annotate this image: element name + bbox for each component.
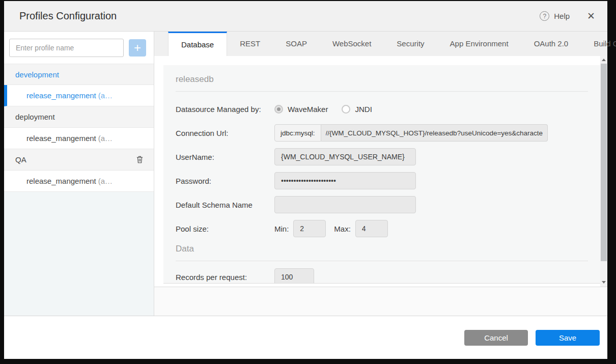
default-schema-input[interactable] — [274, 196, 416, 213]
profiles-sidebar: + development release_mangement (a… depl… — [4, 32, 154, 316]
password-input[interactable] — [274, 172, 416, 189]
dialog-body: + development release_mangement (a… depl… — [4, 32, 607, 316]
datasource-label: Datasource Managed by: — [176, 105, 274, 114]
tab-database[interactable]: Database — [168, 32, 227, 56]
tab-security[interactable]: Security — [384, 32, 437, 56]
service-label-suffix: (a… — [98, 134, 113, 143]
profile-name-input[interactable] — [9, 39, 124, 57]
records-per-request-input[interactable] — [274, 268, 314, 284]
delete-profile-icon[interactable] — [136, 155, 144, 164]
wavemaker-radio[interactable] — [274, 105, 283, 114]
scroll-up-icon[interactable] — [600, 56, 607, 63]
service-label-suffix: (a… — [98, 177, 113, 185]
username-label: UserName: — [176, 153, 274, 161]
profile-label: development — [15, 70, 59, 79]
tab-soap[interactable]: SOAP — [273, 32, 320, 56]
service-label: release_mangement — [26, 91, 96, 100]
profiles-configuration-dialog: Profiles Configuration ? Help ✕ + develo… — [4, 1, 607, 359]
pool-max-input[interactable] — [355, 220, 388, 237]
database-config-panel: releasedb Datasource Managed by: WaveMak… — [163, 65, 600, 284]
dialog-header: Profiles Configuration ? Help ✕ — [4, 1, 607, 32]
sidebar-item-qa[interactable]: QA — [4, 149, 154, 171]
tab-oauth[interactable]: OAuth 2.0 — [521, 32, 581, 56]
service-label-suffix: (a… — [98, 91, 113, 100]
profile-search-row: + — [4, 32, 154, 64]
tab-app-environment[interactable]: App Environment — [437, 32, 521, 56]
dialog-title: Profiles Configuration — [19, 10, 117, 22]
default-schema-row: Default Schema Name — [176, 196, 588, 213]
pool-size-label: Pool size: — [176, 225, 274, 233]
help-button[interactable]: ? Help — [540, 11, 570, 21]
data-section-title: Data — [176, 244, 588, 261]
tab-content: releasedb Datasource Managed by: WaveMak… — [154, 56, 607, 287]
jndi-radio-label[interactable]: JNDI — [355, 105, 372, 114]
sidebar-empty-area — [4, 192, 154, 316]
cancel-button[interactable]: Cancel — [464, 330, 528, 346]
close-icon[interactable]: ✕ — [587, 10, 595, 22]
default-schema-label: Default Schema Name — [176, 201, 274, 209]
tab-websocket[interactable]: WebSocket — [320, 32, 384, 56]
sidebar-item-release-mangement-deploy[interactable]: release_mangement (a… — [4, 128, 154, 149]
service-label: release_mangement — [26, 177, 96, 185]
content-bottom-strip — [154, 287, 607, 316]
help-label: Help — [554, 12, 570, 20]
tab-rest[interactable]: REST — [227, 32, 273, 56]
username-row: UserName: — [176, 148, 588, 165]
help-icon: ? — [540, 11, 549, 21]
datasource-radio-group: WaveMaker JNDI — [274, 105, 386, 114]
wavemaker-radio-label[interactable]: WaveMaker — [288, 105, 328, 114]
jndi-radio[interactable] — [342, 105, 350, 114]
connection-url-row: Connection Url: jdbc:mysql: — [176, 124, 588, 142]
dialog-footer: Cancel Save — [4, 316, 607, 359]
pool-size-row: Pool size: Min: Max: — [176, 220, 588, 237]
pool-min-input[interactable] — [293, 220, 326, 237]
profile-label: deployment — [15, 113, 55, 121]
database-section-title: releasedb — [176, 74, 588, 92]
pool-min-label: Min: — [274, 225, 289, 233]
username-input[interactable] — [274, 148, 416, 165]
content-scrollbar[interactable] — [600, 56, 607, 287]
add-profile-button[interactable]: + — [129, 39, 146, 57]
sidebar-item-release-mangement-dev[interactable]: release_mangement (a… — [4, 85, 154, 106]
records-per-request-row: Records per request: — [176, 268, 588, 284]
tab-build-options[interactable]: Build Options — [581, 32, 616, 56]
scrollbar-thumb[interactable] — [601, 64, 607, 261]
profile-list: development release_mangement (a… deploy… — [4, 64, 154, 192]
sidebar-item-release-mangement-qa[interactable]: release_mangement (a… — [4, 171, 154, 192]
profile-detail-area: Database REST SOAP WebSocket Security Ap… — [154, 32, 607, 316]
pool-max-label: Max: — [334, 225, 351, 233]
config-tabbar: Database REST SOAP WebSocket Security Ap… — [154, 32, 607, 56]
profile-label: QA — [15, 155, 26, 164]
sidebar-item-deployment[interactable]: deployment — [4, 106, 154, 128]
save-button[interactable]: Save — [536, 330, 600, 346]
connection-url-input[interactable] — [321, 124, 548, 142]
datasource-row: Datasource Managed by: WaveMaker JNDI — [176, 100, 588, 118]
password-label: Password: — [176, 177, 274, 185]
connection-url-label: Connection Url: — [176, 129, 274, 137]
scroll-down-icon[interactable] — [600, 278, 607, 286]
password-row: Password: — [176, 172, 588, 189]
sidebar-item-development[interactable]: development — [4, 64, 154, 85]
records-per-request-label: Records per request: — [176, 273, 274, 282]
service-label: release_mangement — [26, 134, 96, 143]
jdbc-prefix: jdbc:mysql: — [274, 124, 321, 142]
